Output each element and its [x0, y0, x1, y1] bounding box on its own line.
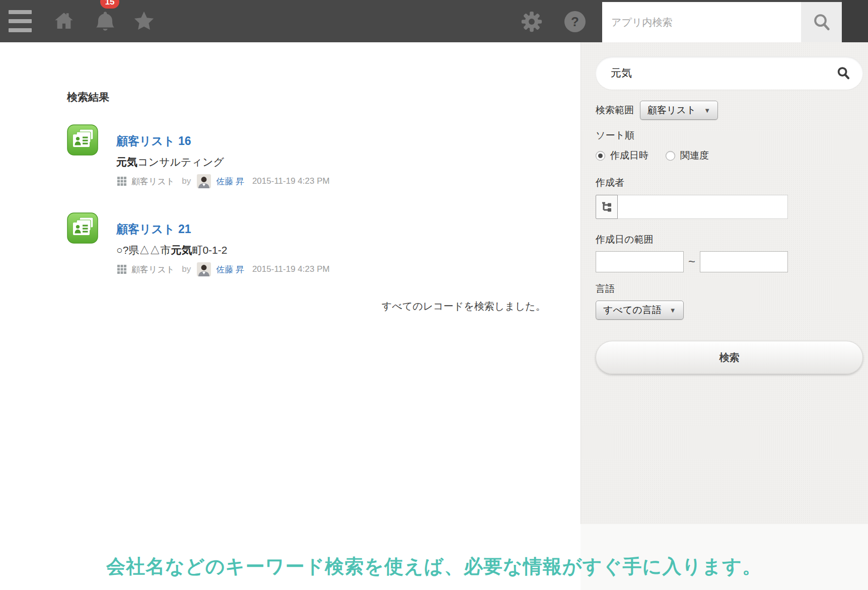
app-search-input[interactable] — [602, 2, 801, 42]
search-results-list: 顧客リスト 16 元気コンサルティング 顧客リスト by — [67, 124, 520, 301]
result-row: 顧客リスト 21 ○?県△△市元気町0-1-2 顧客リスト by — [67, 212, 520, 276]
created-date-range: ~ — [596, 251, 862, 272]
creator-label: 作成者 — [596, 176, 862, 189]
result-timestamp: 2015-11-19 4:23 PM — [252, 264, 330, 274]
sidebar-search-input[interactable] — [596, 56, 863, 90]
result-subtitle: 元気コンサルティング — [116, 155, 330, 169]
scope-label: 検索範囲 — [596, 104, 634, 117]
created-date-range-label: 作成日の範囲 — [596, 233, 862, 246]
range-separator: ~ — [688, 255, 695, 269]
page-title: 検索結果 — [67, 90, 109, 104]
language-dropdown[interactable]: すべての言語 ▼ — [596, 301, 684, 320]
search-filter-sidebar: 検索範囲 顧客リスト ▼ ソート順 作成日時 関連度 作成者 作成日の範囲 ~ — [581, 42, 868, 524]
sidebar-search-box — [596, 56, 863, 90]
chevron-down-icon: ▼ — [704, 107, 710, 114]
user-avatar[interactable] — [197, 174, 211, 188]
creator-input[interactable] — [618, 195, 788, 219]
radio-created-datetime[interactable] — [596, 151, 605, 161]
sort-label: ソート順 — [596, 129, 862, 142]
org-selector-button[interactable] — [596, 195, 618, 219]
help-icon[interactable]: ? — [564, 11, 586, 32]
app-grid-icon — [116, 176, 127, 187]
radio-created-datetime-label[interactable]: 作成日時 — [610, 149, 648, 162]
search-complete-notice: すべてのレコードを検索しました。 — [382, 300, 546, 313]
app-search-button[interactable] — [801, 2, 842, 42]
app-grid-icon — [116, 264, 127, 275]
user-name-link[interactable]: 佐藤 昇 — [216, 176, 244, 187]
result-title-link[interactable]: 顧客リスト 21 — [116, 222, 191, 237]
result-meta: 顧客リスト by 佐藤 昇 2015-11-19 4:23 PM — [116, 174, 330, 188]
search-icon[interactable] — [836, 65, 851, 83]
result-title-link[interactable]: 顧客リスト 16 — [116, 133, 191, 149]
app-name-link[interactable]: 顧客リスト — [131, 264, 175, 275]
customer-list-app-icon[interactable] — [67, 124, 98, 156]
app-name-link[interactable]: 顧客リスト — [131, 176, 175, 187]
result-subtitle: ○?県△△市元気町0-1-2 — [116, 243, 330, 257]
user-name-link[interactable]: 佐藤 昇 — [216, 264, 244, 275]
sort-options: 作成日時 関連度 — [596, 149, 862, 162]
tutorial-caption: 会社名などのキーワード検索を使えば、必要な情報がすぐ手に入ります。 — [0, 554, 868, 579]
creator-widget — [596, 195, 788, 219]
chevron-down-icon: ▼ — [670, 307, 676, 314]
sidebar-search-submit-button[interactable]: 検索 — [596, 341, 863, 374]
result-row: 顧客リスト 16 元気コンサルティング 顧客リスト by — [67, 124, 520, 188]
radio-relevance-label[interactable]: 関連度 — [680, 149, 709, 162]
settings-gear-icon[interactable] — [521, 11, 542, 32]
date-to-input[interactable] — [700, 251, 788, 272]
date-from-input[interactable] — [596, 251, 684, 272]
user-avatar[interactable] — [197, 262, 211, 276]
language-label: 言語 — [596, 282, 862, 296]
search-icon — [812, 12, 832, 32]
radio-relevance[interactable] — [666, 151, 675, 161]
result-meta: 顧客リスト by 佐藤 昇 2015-11-19 4:23 PM — [116, 262, 330, 276]
topbar-corner-block — [842, 0, 868, 42]
result-timestamp: 2015-11-19 4:23 PM — [252, 176, 330, 186]
org-tree-icon — [600, 200, 613, 214]
top-navigation-bar: 15 ? — [0, 0, 868, 42]
scope-dropdown[interactable]: 顧客リスト ▼ — [640, 101, 718, 120]
customer-list-app-icon[interactable] — [67, 212, 98, 244]
